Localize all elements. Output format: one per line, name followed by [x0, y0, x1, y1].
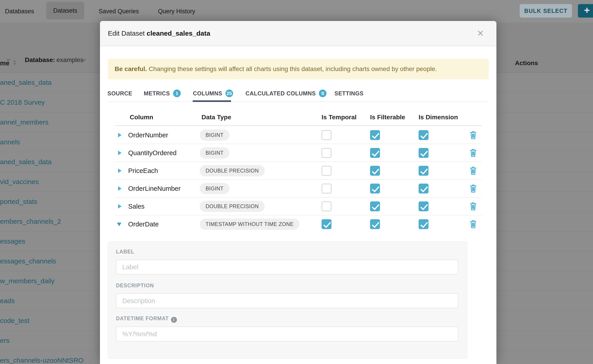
collapse-caret-icon[interactable]: [117, 223, 121, 226]
tab-calculated-columns[interactable]: CALCULATED COLUMNS0: [245, 86, 327, 100]
dataset-link[interactable]: aned_sales_data: [0, 152, 52, 172]
tab-settings[interactable]: SETTINGS: [334, 86, 363, 100]
tab-label: CALCULATED COLUMNS: [245, 90, 316, 97]
is-temporal-checkbox[interactable]: [322, 219, 331, 229]
name-column-header[interactable]: me: [0, 54, 9, 72]
active-tab-indicator: [193, 100, 231, 102]
actions-column-header: Actions: [515, 54, 538, 72]
is-filterable-checkbox[interactable]: [370, 148, 380, 158]
is-dimension-checkbox[interactable]: [419, 148, 428, 158]
expand-caret-icon[interactable]: [118, 169, 122, 173]
col-header-column: Column: [130, 110, 153, 124]
plus-icon: +: [584, 5, 590, 16]
column-name: Sales: [128, 198, 145, 215]
dataset-link[interactable]: C 2018 Survey: [0, 92, 45, 112]
expand-caret-icon[interactable]: [118, 186, 122, 191]
top-nav: Databases Datasets Saved Queries Query H…: [0, 0, 593, 23]
tab-label: METRICS: [144, 90, 170, 97]
close-icon[interactable]: ✕: [477, 21, 484, 46]
column-name: OrderDate: [128, 215, 159, 233]
tab-label: SETTINGS: [334, 90, 363, 97]
is-dimension-checkbox[interactable]: [419, 202, 428, 211]
expand-caret-icon[interactable]: [118, 151, 122, 155]
dataset-link[interactable]: embers_channels_2: [0, 212, 61, 231]
is-temporal-checkbox[interactable]: [322, 130, 331, 140]
is-filterable-checkbox[interactable]: [370, 219, 380, 229]
nav-item-datasets[interactable]: Datasets: [46, 2, 84, 20]
table-row: OrderNumber BIGINT: [115, 126, 482, 144]
delete-icon[interactable]: [469, 130, 477, 139]
column-name: OrderNumber: [128, 126, 168, 144]
data-type-pill: TIMESTAMP WITHOUT TIME ZONE: [200, 219, 299, 230]
expand-caret-icon[interactable]: [118, 133, 122, 137]
is-dimension-checkbox[interactable]: [419, 219, 428, 229]
screen: Databases Datasets Saved Queries Query H…: [0, 0, 593, 364]
label-field-label: LABEL: [116, 249, 134, 255]
dataset-link[interactable]: vid_vaccines: [0, 172, 39, 191]
tabs-divider: [108, 102, 488, 102]
is-dimension-checkbox[interactable]: [419, 130, 428, 140]
tab-metrics[interactable]: METRICS1: [144, 86, 181, 100]
col-header-is-dimension: Is Dimension: [419, 110, 458, 124]
data-type-pill: BIGINT: [200, 130, 230, 141]
data-type-pill: DOUBLE PRECISION: [200, 201, 265, 212]
label-field-input[interactable]: [116, 260, 458, 274]
nav-item-saved-queries[interactable]: Saved Queries: [99, 0, 139, 23]
is-temporal-checkbox[interactable]: [322, 202, 331, 211]
add-dataset-button[interactable]: +: [578, 4, 593, 18]
nav-item-datasets-label: Datasets: [46, 2, 84, 20]
is-temporal-checkbox[interactable]: [322, 166, 331, 176]
delete-icon[interactable]: [469, 220, 477, 228]
is-filterable-checkbox[interactable]: [370, 166, 380, 176]
is-dimension-checkbox[interactable]: [419, 166, 428, 176]
dataset-link[interactable]: annels: [0, 132, 20, 152]
dataset-link[interactable]: code_test: [0, 311, 29, 330]
is-temporal-checkbox[interactable]: [322, 148, 331, 158]
tab-label: SOURCE: [107, 90, 132, 97]
modal-dataset-name: cleaned_sales_data: [147, 30, 210, 37]
tab-columns[interactable]: COLUMNS25: [193, 86, 233, 100]
tab-badge: 1: [173, 90, 181, 97]
table-row: OrderLineNumber BIGINT: [115, 180, 482, 198]
dataset-link[interactable]: ported_stats: [0, 192, 37, 211]
modal-tabs: SOURCE METRICS1 COLUMNS25 CALCULATED COL…: [100, 86, 496, 102]
is-filterable-checkbox[interactable]: [370, 202, 380, 211]
delete-icon[interactable]: [469, 184, 477, 193]
table-row: Sales DOUBLE PRECISION: [115, 198, 482, 215]
nav-item-databases[interactable]: Databases: [5, 0, 34, 23]
datetime-format-field-input[interactable]: [116, 326, 458, 341]
tab-badge: 0: [319, 90, 327, 97]
columns-table: OrderNumber BIGINT QuantityOrdered BIGIN…: [115, 126, 482, 233]
warning-banner: Be careful. Changing these settings will…: [108, 59, 489, 79]
bulk-select-button[interactable]: BULK SELECT: [520, 4, 572, 18]
dataset-link[interactable]: w_members_daily: [0, 271, 55, 291]
description-field-input[interactable]: [116, 293, 458, 308]
modal-title: Edit Dataset cleaned_sales_data: [108, 21, 210, 46]
dataset-link[interactable]: aned_sales_data: [0, 73, 52, 92]
delete-icon[interactable]: [469, 148, 477, 157]
edit-dataset-modal: Edit Dataset cleaned_sales_data ✕ Be car…: [100, 21, 496, 364]
dataset-link[interactable]: annel_members: [0, 112, 48, 132]
is-filterable-checkbox[interactable]: [370, 184, 380, 194]
col-header-is-temporal: Is Temporal: [322, 110, 356, 124]
is-temporal-checkbox[interactable]: [322, 184, 331, 194]
dataset-link[interactable]: ers_channels-uzooNNtSRO: [0, 351, 84, 364]
is-filterable-checkbox[interactable]: [370, 130, 380, 140]
dataset-link[interactable]: essages: [0, 231, 25, 251]
info-icon[interactable]: i: [171, 317, 177, 323]
tab-label: COLUMNS: [193, 90, 222, 97]
tab-source[interactable]: SOURCE: [107, 86, 132, 100]
sort-icon[interactable]: [13, 60, 16, 65]
delete-icon[interactable]: [469, 202, 477, 211]
dataset-link[interactable]: eads: [0, 291, 15, 311]
delete-icon[interactable]: [469, 166, 477, 175]
is-dimension-checkbox[interactable]: [419, 184, 428, 194]
dataset-link[interactable]: ers: [0, 331, 9, 350]
dataset-link[interactable]: essages_channels: [0, 251, 56, 271]
column-name: PriceEach: [128, 162, 158, 180]
datetime-format-label-text: DATETIME FORMAT: [116, 316, 169, 321]
datetime-format-field-label: DATETIME FORMATi: [116, 316, 177, 323]
col-header-data-type: Data Type: [202, 110, 231, 124]
nav-item-query-history[interactable]: Query History: [158, 0, 195, 23]
expand-caret-icon[interactable]: [118, 204, 122, 209]
